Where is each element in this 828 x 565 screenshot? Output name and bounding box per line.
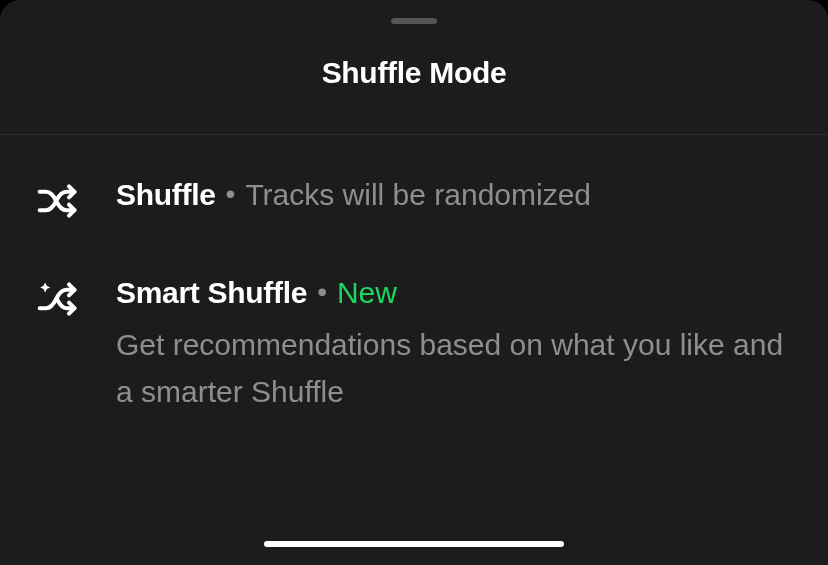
- option-title: Smart Shuffle: [116, 273, 307, 312]
- shuffle-icon: [34, 177, 82, 225]
- smart-shuffle-icon: [34, 275, 82, 323]
- option-text: Shuffle • Tracks will be randomized: [116, 175, 794, 214]
- option-header: Shuffle • Tracks will be randomized: [116, 175, 794, 214]
- option-header: Smart Shuffle • New: [116, 273, 794, 312]
- options-list: Shuffle • Tracks will be randomized Smar: [0, 135, 828, 463]
- option-text: Smart Shuffle • New Get recommendations …: [116, 273, 794, 415]
- sheet-header: Shuffle Mode: [0, 24, 828, 134]
- separator-dot: •: [317, 274, 327, 310]
- option-smart-shuffle[interactable]: Smart Shuffle • New Get recommendations …: [34, 273, 794, 415]
- home-indicator[interactable]: [264, 541, 564, 547]
- separator-dot: •: [226, 176, 236, 212]
- option-shuffle[interactable]: Shuffle • Tracks will be randomized: [34, 175, 794, 225]
- option-title: Shuffle: [116, 175, 216, 214]
- option-inline-desc: Tracks will be randomized: [245, 175, 591, 214]
- option-desc: Get recommendations based on what you li…: [116, 322, 794, 415]
- bottom-sheet: Shuffle Mode Shuffle • Tracks will be ra…: [0, 0, 828, 565]
- sheet-title: Shuffle Mode: [0, 56, 828, 90]
- badge-new: New: [337, 273, 397, 312]
